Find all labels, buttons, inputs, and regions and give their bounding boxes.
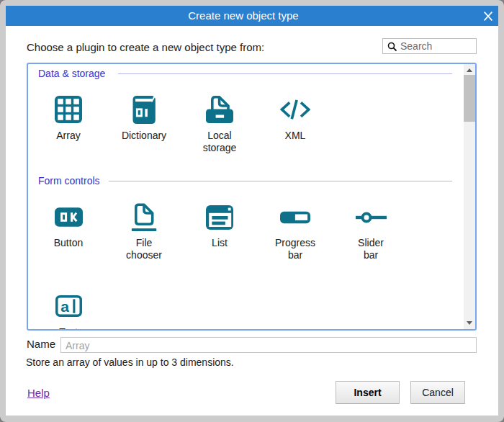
svg-text:a: a <box>60 298 69 315</box>
